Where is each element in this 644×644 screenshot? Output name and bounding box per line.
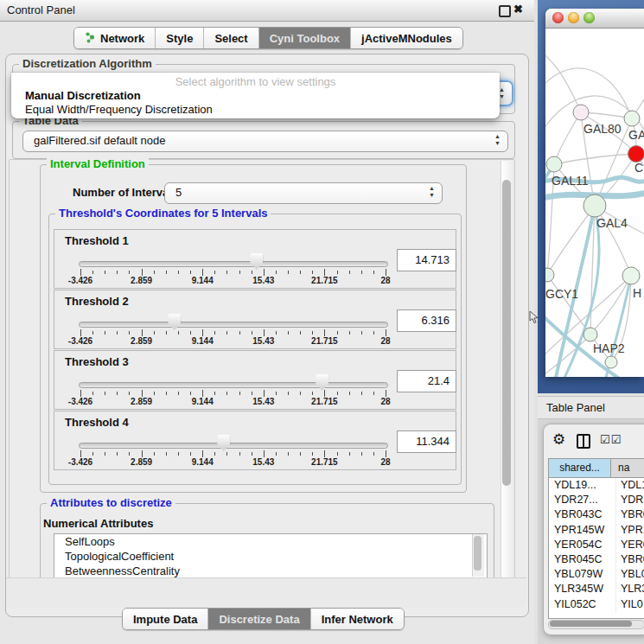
combo-arrows-icon: ▲▼: [499, 86, 505, 100]
table-cell-shared-name: YLR345W: [549, 582, 616, 596]
table-row[interactable]: YBR043CYBR0: [549, 507, 644, 522]
slider-tick: [300, 331, 301, 335]
mode-tab-label: Discretize Data: [219, 613, 299, 626]
tab-jactivemnodules[interactable]: jActiveMNodules: [350, 28, 462, 48]
slider-tick-label: 2.859: [116, 336, 168, 346]
algorithm-option[interactable]: Manual Discretization: [25, 89, 141, 102]
attributes-scrollbar-thumb[interactable]: [474, 536, 481, 571]
threshold-value-field[interactable]: 14.713: [397, 249, 456, 271]
threshold-label: Threshold 4: [65, 416, 129, 429]
slider-tick: [373, 452, 374, 456]
table-cell-name: YLR3: [616, 582, 644, 596]
slider-tick: [105, 271, 105, 274]
node-label: GA: [628, 128, 644, 142]
column-header-name[interactable]: na: [611, 459, 644, 477]
network-node[interactable]: [628, 146, 644, 163]
network-node[interactable]: [622, 267, 640, 284]
slider-track[interactable]: [79, 261, 388, 267]
checkbox-icon[interactable]: ☑☑: [600, 433, 622, 446]
network-node[interactable]: [583, 328, 597, 341]
slider-track[interactable]: [79, 382, 388, 388]
threshold-row: Threshold 4-3.4262.8599.14415.4321.71528…: [54, 411, 456, 470]
slider-track[interactable]: [79, 322, 388, 328]
tab-cyni-toolbox[interactable]: Cyni Toolbox: [258, 28, 350, 48]
table-row[interactable]: YBL079WYBL0: [549, 567, 644, 582]
table-cell-shared-name: YPR145W: [549, 523, 616, 538]
slider-tick: [324, 390, 325, 397]
network-node[interactable]: [624, 111, 640, 126]
algorithm-option[interactable]: Equal Width/Frequency Discretization: [25, 103, 213, 116]
number-of-intervals-spinner[interactable]: 5 ▲▼: [164, 182, 443, 204]
slider-tick-label: 21.715: [298, 276, 350, 285]
attribute-item[interactable]: SelfLoops: [54, 534, 487, 549]
slider-tick: [142, 269, 143, 276]
slider-tick: [166, 392, 167, 395]
table-row[interactable]: YLR345WYLR3: [549, 582, 644, 596]
network-node[interactable]: [583, 194, 606, 217]
table-hscrollbar-thumb[interactable]: [550, 621, 632, 627]
network-canvas[interactable]: GAL80GACGAL11GAL4GCY1HHAP2: [545, 29, 644, 377]
slider-thumb[interactable]: [250, 253, 263, 270]
table-cell-name: YBR0: [616, 507, 644, 522]
network-node[interactable]: [605, 356, 617, 368]
slider-tick: [239, 271, 240, 274]
slider-thumb[interactable]: [168, 314, 181, 330]
split-view-icon[interactable]: [577, 434, 590, 449]
table-cell-shared-name: YER054C: [549, 538, 616, 552]
slider-tick-label: 15.43: [238, 397, 290, 406]
slider-thumb[interactable]: [217, 435, 230, 451]
attribute-item[interactable]: BetweennessCentrality: [54, 564, 487, 578]
slider-tick: [386, 390, 386, 397]
slider-tick: [178, 331, 179, 335]
column-header-shared-name[interactable]: shared...: [549, 459, 611, 477]
gear-icon[interactable]: ⚙: [552, 430, 565, 449]
mode-tab-impute-data[interactable]: Impute Data: [123, 609, 207, 629]
table-cell-name: YDL1: [616, 478, 644, 493]
table-cell-name: YDR2: [616, 493, 644, 507]
close-icon[interactable]: ✖: [513, 3, 523, 16]
table-data-combobox[interactable]: galFiltered.sif default node ▲▼: [22, 131, 508, 152]
slider-tick: [288, 452, 289, 456]
table-row[interactable]: YPR145WYPR1: [549, 523, 644, 538]
network-node[interactable]: [573, 105, 589, 120]
threshold-label: Threshold 3: [65, 355, 129, 368]
threshold-value-field[interactable]: 11.344: [397, 430, 456, 453]
minimize-traffic-light-icon[interactable]: [568, 12, 579, 23]
network-node[interactable]: [545, 268, 554, 282]
mode-tab-infer-network[interactable]: Infer Network: [310, 609, 404, 629]
slider-tick: [166, 452, 167, 456]
table-panel-titlebar: Table Panel: [538, 396, 644, 419]
settings-scrollbar-thumb[interactable]: [502, 180, 511, 486]
slider-tick: [288, 392, 289, 395]
mode-tab-discretize-data[interactable]: Discretize Data: [207, 609, 309, 629]
table-row[interactable]: YDR27...YDR2: [549, 493, 644, 507]
slider-track[interactable]: [79, 443, 388, 449]
table-cell-name: YPR1: [616, 523, 644, 538]
table-row[interactable]: YIL052CYIL0: [549, 597, 644, 612]
slider-tick: [361, 452, 362, 456]
attribute-item[interactable]: TopologicalCoefficient: [54, 549, 487, 564]
tab-style[interactable]: Style: [155, 28, 203, 48]
slider-tick: [178, 392, 179, 395]
zoom-traffic-light-icon[interactable]: [583, 12, 595, 23]
tab-select[interactable]: Select: [203, 28, 258, 48]
threshold-value-field[interactable]: 21.4: [397, 370, 456, 392]
threshold-value-field[interactable]: 6.316: [397, 309, 456, 332]
tab-label: Network: [100, 32, 144, 45]
control-panel-titlebar: Control Panel ✖: [0, 0, 534, 22]
network-node[interactable]: [546, 156, 562, 172]
close-traffic-light-icon[interactable]: [552, 12, 564, 23]
tab-network[interactable]: Network: [74, 28, 155, 48]
table-cell-shared-name: YDR27...: [549, 493, 616, 507]
table-row[interactable]: YER054CYER0: [549, 538, 644, 552]
float-window-icon[interactable]: [499, 5, 511, 17]
slider-tick: [337, 331, 338, 335]
slider-tick: [276, 331, 277, 335]
table-row[interactable]: YDL19...YDL1: [549, 478, 644, 493]
slider-tick: [226, 392, 227, 395]
slider-tick: [239, 452, 240, 456]
slider-thumb[interactable]: [316, 374, 328, 391]
slider-tick-label: -3.426: [54, 276, 106, 285]
node-label: GAL80: [583, 122, 622, 136]
table-row[interactable]: YBR045CYBR0: [549, 552, 644, 567]
